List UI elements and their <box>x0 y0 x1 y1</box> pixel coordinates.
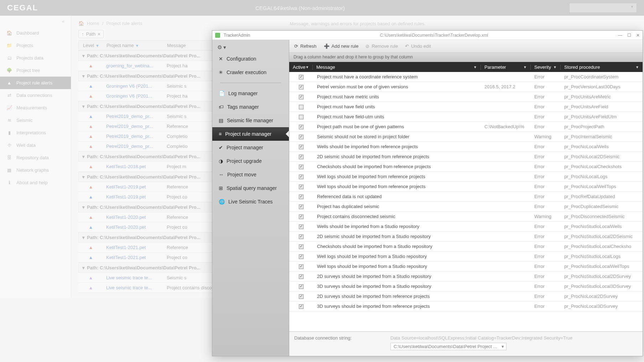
remove-rule-button[interactable]: ⊘Remove rule <box>365 43 398 49</box>
active-checkbox[interactable] <box>299 224 303 229</box>
project-link[interactable]: KetilTest1-2021.pet <box>106 245 146 250</box>
active-checkbox[interactable] <box>299 115 303 119</box>
project-link[interactable]: KetilTest1-2021.pet <box>106 255 146 260</box>
rule-row[interactable]: Well tops should be imported from a Stud… <box>289 262 643 272</box>
active-checkbox[interactable] <box>299 95 303 99</box>
rule-row[interactable]: Referenced data is not updatedErrorpr_Pr… <box>289 192 643 202</box>
active-checkbox[interactable] <box>299 254 303 259</box>
dialog-titlebar[interactable]: TrackerAdmin C:\Users\ketilwa\Documents\… <box>212 31 643 40</box>
active-checkbox[interactable] <box>299 185 303 189</box>
project-link[interactable]: Groningen V6 (P201... <box>106 83 152 89</box>
rule-row[interactable]: Project path must be one of given patter… <box>289 122 643 132</box>
rule-row[interactable]: Seismic should not be stored in project … <box>289 132 643 142</box>
active-checkbox[interactable] <box>299 284 303 289</box>
close-icon[interactable]: ✕ <box>636 33 640 38</box>
rule-row[interactable]: Project contains disconnected seismicWar… <box>289 212 643 222</box>
group-pill-path[interactable]: ↑ Path × <box>78 30 104 38</box>
nav-item-repository-data[interactable]: 🗄Repository data <box>0 151 71 164</box>
side-item-crawler-execution[interactable]: ✳Crawler execution <box>212 66 289 79</box>
project-link[interactable]: Live seismic trace te... <box>106 275 152 280</box>
top-dropdown[interactable] <box>569 3 637 13</box>
rule-row[interactable]: Petrel version must be one of given vers… <box>289 82 643 92</box>
nav-item-dashboard[interactable]: 🏠Dashboard <box>0 27 71 39</box>
active-checkbox[interactable] <box>299 175 303 179</box>
rule-row[interactable]: Project must have field unitsErrorpr_Pro… <box>289 102 643 112</box>
filter-icon[interactable]: ▼ <box>473 65 477 69</box>
rule-row[interactable]: Project has duplicated seismicErrorpr_Pr… <box>289 202 643 212</box>
rule-grid-body[interactable]: Project must have a coordinate reference… <box>289 72 643 331</box>
rule-row[interactable]: 2D surveys should be imported from a Stu… <box>289 272 643 281</box>
rule-row[interactable]: Checkshots should be imported from refer… <box>289 162 643 172</box>
rule-row[interactable]: 2D seismic should be imported from refer… <box>289 152 643 162</box>
nav-item-projects[interactable]: 📁Projects <box>0 39 71 52</box>
active-checkbox[interactable] <box>299 234 303 239</box>
project-link[interactable]: Petrel2019_demo_pr... <box>106 134 153 139</box>
active-checkbox[interactable] <box>299 214 303 219</box>
rule-row[interactable]: Well logs should be imported from refere… <box>289 172 643 182</box>
gear-icon[interactable]: ⚙ ▾ <box>212 43 289 52</box>
side-item-project-rule-manager[interactable]: ≡Project rule manager <box>212 127 289 141</box>
active-checkbox[interactable] <box>299 75 303 79</box>
breadcrumb-home[interactable]: Home <box>87 21 99 26</box>
side-item-seismic-file-manager[interactable]: ▤Seismic file manager <box>212 114 289 127</box>
rule-row[interactable]: 2D seismic should be imported from a Stu… <box>289 232 643 242</box>
minimize-icon[interactable]: — <box>618 33 622 38</box>
home-icon[interactable]: 🏠 <box>78 21 84 26</box>
refresh-button[interactable]: ⟳Refresh <box>294 43 317 49</box>
rule-row[interactable]: Well tops should be imported from refere… <box>289 182 643 192</box>
maximize-icon[interactable]: ☐ <box>627 33 631 38</box>
project-link[interactable]: KetilTest1-2018.pet <box>106 164 146 169</box>
rule-row[interactable]: Well logs should be imported from a Stud… <box>289 252 643 262</box>
rule-row[interactable]: Checkshots should be imported from a Stu… <box>289 242 643 252</box>
nav-item-data-connections[interactable]: ⇄Data connections <box>0 89 71 102</box>
project-link[interactable]: Petrel2019_demo_pr... <box>106 144 153 149</box>
undo-edit-button[interactable]: ↶Undo edit <box>405 43 431 49</box>
side-item-project-move[interactable]: ↔Project move <box>212 168 289 181</box>
side-item-project-upgrade[interactable]: ◑Project upgrade <box>212 154 289 168</box>
rule-row[interactable]: 3D surveys should be imported from refer… <box>289 301 643 311</box>
rule-row[interactable]: Project must have a coordinate reference… <box>289 72 643 82</box>
project-link[interactable]: KetilTest1-2020.pet <box>106 224 146 230</box>
project-link[interactable]: KetilTest1-2020.pet <box>106 214 146 220</box>
active-checkbox[interactable] <box>299 155 303 159</box>
side-item-live-seismic-traces[interactable]: 🌐Live Seismic Traces <box>212 195 289 208</box>
side-item-configuration[interactable]: ✕Configuration <box>212 52 289 66</box>
active-checkbox[interactable] <box>299 195 303 199</box>
rule-row[interactable]: Wells should be imported from a Studio r… <box>289 222 643 232</box>
nav-item-well-data[interactable]: ⯑Well data <box>0 139 71 151</box>
filter-icon[interactable]: ▼ <box>523 65 527 69</box>
nav-item-measurements[interactable]: 📈Measurements <box>0 102 71 114</box>
rule-row[interactable]: 3D surveys should be imported from a Stu… <box>289 281 643 291</box>
rule-row[interactable]: 2D surveys should be imported from refer… <box>289 291 643 301</box>
active-checkbox[interactable] <box>299 294 303 299</box>
collapse-icon[interactable]: « <box>0 16 71 27</box>
filter-icon[interactable]: ▼ <box>553 65 557 69</box>
active-checkbox[interactable] <box>299 244 303 249</box>
project-link[interactable]: KetilTest1-2019.pet <box>106 194 146 200</box>
filter-icon[interactable]: ▼ <box>95 43 99 48</box>
project-link[interactable]: groening_for_webina... <box>106 63 153 68</box>
active-checkbox[interactable] <box>299 304 303 309</box>
project-link[interactable]: Petrel2019_demo_pr... <box>106 114 153 119</box>
active-checkbox[interactable] <box>299 274 303 279</box>
active-checkbox[interactable] <box>299 105 303 109</box>
nav-item-interpretations[interactable]: ▮Interpretations <box>0 126 71 139</box>
project-link[interactable]: KetilTest1-2019.pet <box>106 184 146 190</box>
filter-icon[interactable]: ▼ <box>635 65 639 69</box>
active-checkbox[interactable] <box>299 145 303 149</box>
active-checkbox[interactable] <box>299 165 303 169</box>
project-link[interactable]: Live seismic trace te... <box>106 285 152 290</box>
nav-item-about-and-help[interactable]: ℹAbout and help <box>0 176 71 189</box>
active-checkbox[interactable] <box>299 205 303 209</box>
folder-select[interactable]: C:\Users\ketilwa\Documents\Data\Petrel P… <box>390 343 507 350</box>
active-checkbox[interactable] <box>299 125 303 129</box>
rule-row[interactable]: Project must have metric unitsErrorpr_Pr… <box>289 92 643 102</box>
nav-item-network-graphs[interactable]: ▦Network graphs <box>0 164 71 176</box>
nav-item-seismic[interactable]: ≋Seismic <box>0 114 71 126</box>
active-checkbox[interactable] <box>299 135 303 139</box>
side-item-log-manager[interactable]: 📄Log manager <box>212 87 289 100</box>
side-item-project-manager[interactable]: ✔Project manager <box>212 141 289 154</box>
group-hint[interactable]: Drag a column header and drop it here to… <box>289 53 643 62</box>
active-checkbox[interactable] <box>299 264 303 269</box>
filter-icon[interactable]: ▼ <box>135 43 139 48</box>
